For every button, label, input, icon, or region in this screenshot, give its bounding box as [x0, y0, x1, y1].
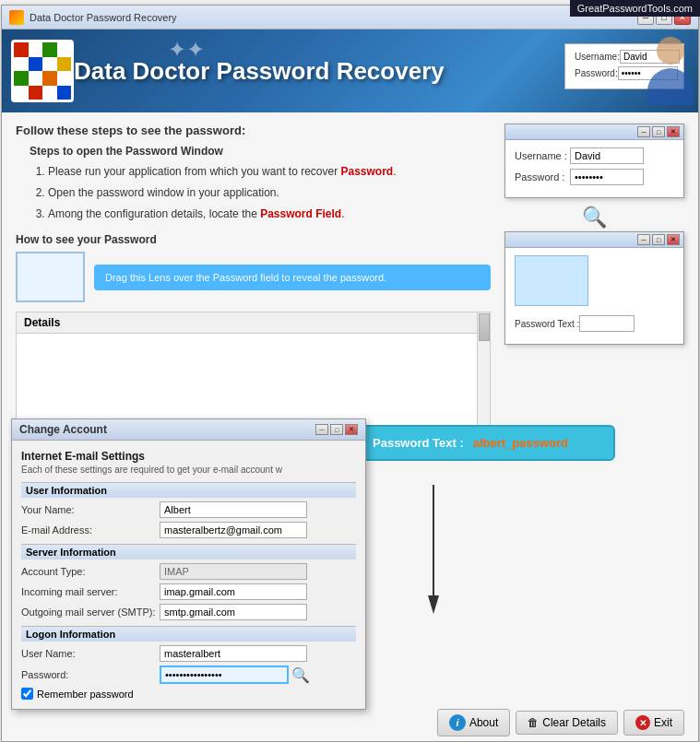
header-banner: Data Doctor Password Recovery ✦✦ Usernam…: [2, 29, 698, 112]
how-to-title: How to see your Password: [16, 233, 491, 246]
mini-win-2-close[interactable]: ✕: [667, 234, 680, 245]
exit-label: Exit: [654, 716, 672, 729]
dialog-logon-title: Logon Information: [21, 626, 356, 642]
mini-window-1: ─ □ ✕ Username : Password :: [504, 124, 684, 198]
title-bar-icon: [9, 10, 24, 25]
dialog-server-info-title: Server Information: [21, 544, 356, 559]
open-window-subtitle: Steps to open the Password Window: [30, 145, 491, 158]
exit-icon: ✕: [635, 715, 650, 730]
about-button[interactable]: i About: [437, 709, 510, 736]
mini-win-1-titlebar: ─ □ ✕: [505, 124, 683, 140]
scroll-thumb: [479, 313, 490, 341]
dialog-account-type-input[interactable]: [160, 563, 307, 580]
header-stars-decoration: ✦✦: [168, 37, 205, 63]
dialog-outgoing-input[interactable]: [160, 604, 307, 620]
mini-win-username-input[interactable]: [570, 147, 644, 164]
mini-win-password-text-row: Password Text :: [515, 315, 674, 332]
mini-win-password-text-input[interactable]: [579, 315, 635, 332]
step-2: Open the password window in your applica…: [48, 184, 491, 201]
avatar-decoration: [643, 29, 698, 112]
password-reveal-label: Password Text :: [373, 436, 464, 450]
header-password-label: Password:: [575, 68, 618, 78]
dialog-body: Internet E-mail Settings Each of these s…: [12, 441, 365, 709]
mini-win-1-close[interactable]: ✕: [667, 126, 680, 137]
magnifier-between: 🔍: [504, 206, 684, 230]
mini-window-2: ─ □ ✕ Password Text :: [504, 231, 684, 345]
details-body: [17, 334, 490, 426]
watermark: GreatPasswordTools.com: [570, 0, 700, 17]
remember-password-label: Remember password: [37, 689, 134, 700]
dialog-password-input[interactable]: [160, 665, 289, 684]
password-reveal-box: Password Text : albert_password: [357, 425, 615, 461]
exit-button[interactable]: ✕ Exit: [623, 710, 684, 736]
password-reveal-value: albert_password: [473, 436, 568, 450]
mini-win-2-maximize[interactable]: □: [652, 234, 665, 245]
mini-win-password-label: Password :: [515, 171, 570, 183]
clear-icon: 🗑: [528, 716, 539, 729]
clear-details-label: Clear Details: [542, 716, 606, 729]
header-username-label: Username:: [575, 52, 620, 62]
mini-win-1-body: Username : Password :: [505, 140, 683, 197]
dialog-account-type-label: Account Type:: [21, 566, 160, 577]
window-title: Data Doctor Password Recovery: [30, 12, 637, 23]
mini-win-password-row: Password :: [515, 169, 674, 185]
bottom-buttons: i About 🗑 Clear Details ✕ Exit: [437, 709, 684, 736]
clear-details-button[interactable]: 🗑 Clear Details: [516, 711, 618, 735]
remember-password-checkbox[interactable]: [21, 688, 33, 700]
dialog-user-info-title: User Information: [21, 482, 356, 498]
dialog-email-input[interactable]: [160, 522, 307, 538]
dialog-username-label: User Name:: [21, 648, 160, 659]
dialog-your-name-label: Your Name:: [21, 504, 160, 515]
dialog-internet-email-subtitle: Each of these settings are required to g…: [21, 465, 356, 475]
follow-steps-title: Follow these steps to see the password:: [16, 124, 491, 137]
dialog-username-row: User Name:: [21, 645, 356, 662]
main-window: Data Doctor Password Recovery ─ □ ✕: [1, 5, 699, 742]
step3-highlight: Password Field: [260, 207, 341, 220]
dialog-password-row: Password: 🔍: [21, 665, 356, 684]
dialog-password-field-group: 🔍: [160, 665, 310, 684]
dialog-password-label: Password:: [21, 669, 160, 680]
mini-win-1-maximize[interactable]: □: [652, 126, 665, 137]
dialog-close[interactable]: ✕: [345, 424, 358, 435]
lens-demo: Drag this Lens over the Password field t…: [16, 252, 491, 302]
dialog-internet-email-title: Internet E-mail Settings: [21, 450, 356, 463]
dialog-maximize[interactable]: □: [330, 424, 343, 435]
mini-win-password-input[interactable]: [570, 169, 644, 185]
dialog-title-buttons: ─ □ ✕: [315, 424, 358, 435]
mini-win-1-minimize[interactable]: ─: [637, 126, 650, 137]
about-label: About: [469, 716, 498, 729]
step-1: Please run your application from which y…: [48, 163, 491, 180]
details-title: Details: [17, 312, 490, 334]
dialog-incoming-label: Incoming mail server:: [21, 586, 160, 597]
lens-instruction: Drag this Lens over the Password field t…: [94, 265, 491, 290]
step-3: Among the configuration details, locate …: [48, 206, 491, 222]
password-magnifier-button[interactable]: 🔍: [291, 666, 310, 684]
details-section: Details: [16, 312, 491, 427]
dialog-your-name-row: Your Name:: [21, 501, 356, 518]
dialog-email-row: E-mail Address:: [21, 522, 356, 538]
dialog-title: Change Account: [19, 423, 107, 436]
password-field-preview: [515, 255, 588, 306]
mini-win-password-text-label: Password Text :: [515, 319, 579, 329]
details-scrollbar[interactable]: [477, 312, 490, 426]
dialog-title-bar: Change Account ─ □ ✕: [12, 419, 365, 441]
dialog-minimize[interactable]: ─: [315, 424, 328, 435]
mini-win-username-row: Username :: [515, 147, 674, 164]
dialog-email-label: E-mail Address:: [21, 524, 160, 536]
dialog-account-type-row: Account Type:: [21, 563, 356, 580]
dialog-your-name-input[interactable]: [160, 501, 307, 518]
how-to-section: How to see your Password Drag this Lens …: [16, 233, 491, 302]
right-panel: ─ □ ✕ Username : Password :: [504, 124, 684, 427]
mini-win-2-minimize[interactable]: ─: [637, 234, 650, 245]
app-logo: [11, 40, 74, 102]
remember-password-row: Remember password: [21, 688, 356, 700]
dialog-incoming-input[interactable]: [160, 583, 307, 600]
step1-highlight: Password: [341, 165, 394, 178]
steps-list: Please run your application from which y…: [48, 163, 491, 222]
lens-box: [16, 252, 85, 302]
mini-win-2-titlebar: ─ □ ✕: [505, 232, 683, 248]
dialog-username-input[interactable]: [160, 645, 307, 662]
mini-win-2-body: Password Text :: [505, 248, 683, 344]
mini-win-username-label: Username :: [515, 150, 570, 161]
dialog-incoming-row: Incoming mail server:: [21, 583, 356, 600]
